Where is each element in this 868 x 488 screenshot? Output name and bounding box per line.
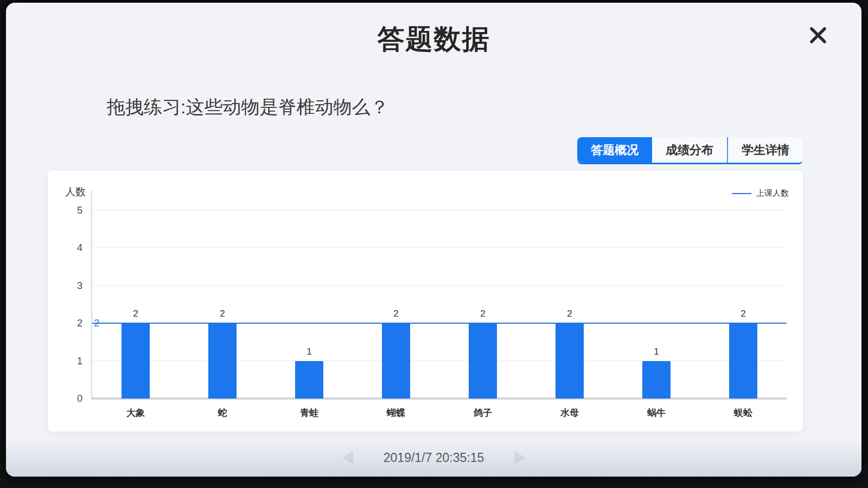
bar-value-label: 2 — [526, 309, 613, 319]
chart-bar — [729, 323, 757, 399]
y-tick-label: 0 — [59, 393, 82, 404]
category-slot: 1蜗牛 — [613, 210, 700, 399]
bar-value-label: 1 — [266, 347, 353, 357]
y-axis-title: 人数 — [65, 185, 86, 199]
category-label: 蜈蚣 — [700, 407, 787, 419]
datetime-label: 2019/1/7 20:35:15 — [384, 451, 484, 465]
bar-value-label: 2 — [179, 309, 266, 319]
chart-legend[interactable]: 上课人数 — [732, 188, 789, 198]
legend-label: 上课人数 — [756, 188, 789, 198]
bar-value-label: 2 — [92, 309, 179, 319]
chart-bar — [642, 361, 671, 399]
dialog-title: 答题数据 — [6, 21, 861, 57]
category-slot: 2蛇 — [179, 210, 266, 399]
category-label: 蛇 — [179, 407, 266, 419]
tab-answer-overview[interactable]: 答题概况 — [577, 137, 652, 163]
answer-data-dialog: 答题数据 拖拽练习:这些动物是脊椎动物么？ 答题概况成绩分布学生详情 人数 上课… — [6, 3, 861, 477]
y-tick-label: 2 — [59, 318, 82, 329]
close-icon — [808, 25, 828, 46]
reference-line — [92, 323, 787, 324]
category-label: 水母 — [526, 407, 613, 419]
category-label: 蜗牛 — [613, 407, 700, 419]
chart-bar — [122, 323, 150, 399]
next-arrow-icon[interactable] — [514, 451, 525, 465]
category-slot: 1青蛙 — [266, 210, 353, 399]
category-label: 大象 — [92, 407, 179, 419]
chart-card: 人数 上课人数 2大象2蛇1青蛙2蝴蝶2鸽子2水母1蜗牛2蜈蚣 0123452 — [48, 171, 803, 432]
y-tick-label: 5 — [59, 205, 82, 216]
chart-bar — [469, 323, 497, 399]
tab-group: 答题概况成绩分布学生详情 — [577, 137, 803, 164]
date-navigation: 2019/1/7 20:35:15 — [6, 445, 861, 471]
bar-value-label: 2 — [700, 309, 787, 319]
y-tick-label: 3 — [59, 280, 82, 291]
category-slot: 2大象 — [92, 210, 179, 399]
bar-value-label: 2 — [353, 309, 439, 319]
category-slot: 2水母 — [526, 210, 613, 399]
close-button[interactable] — [804, 21, 832, 49]
category-label: 鸽子 — [439, 407, 526, 419]
y-tick-label: 1 — [59, 356, 82, 367]
chart-bar — [208, 323, 237, 399]
category-slot: 2蜈蚣 — [700, 210, 787, 399]
question-text: 拖拽练习:这些动物是脊椎动物么？ — [107, 95, 388, 120]
reference-line-label: 2 — [94, 318, 99, 329]
y-tick-label: 4 — [59, 242, 82, 253]
category-slot: 2鸽子 — [439, 210, 526, 399]
tab-score-distribution[interactable]: 成绩分布 — [652, 137, 727, 163]
category-label: 蝴蝶 — [353, 407, 439, 419]
category-label: 青蛙 — [266, 407, 353, 419]
legend-line-swatch-icon — [732, 193, 751, 194]
plot-area: 2大象2蛇1青蛙2蝴蝶2鸽子2水母1蜗牛2蜈蚣 0123452 — [92, 210, 787, 399]
tab-student-details[interactable]: 学生详情 — [727, 137, 803, 163]
bar-value-label: 2 — [439, 309, 526, 319]
chart-bar — [382, 323, 410, 399]
category-slot: 2蝴蝶 — [353, 210, 439, 399]
chart-bar — [295, 361, 323, 399]
bar-slots: 2大象2蛇1青蛙2蝴蝶2鸽子2水母1蜗牛2蜈蚣 — [92, 210, 787, 399]
chart-bar — [556, 323, 584, 399]
bar-value-label: 1 — [613, 347, 700, 357]
prev-arrow-icon[interactable] — [342, 451, 353, 465]
